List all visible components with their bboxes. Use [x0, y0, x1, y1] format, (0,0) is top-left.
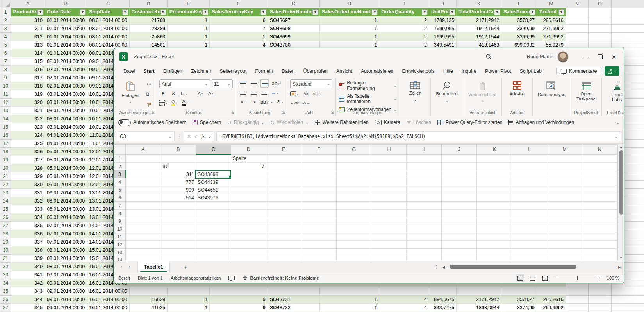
bg-row-header-33[interactable]: 33: [0, 271, 11, 279]
grid-cell-K6[interactable]: [477, 194, 512, 202]
grid-row-header-7[interactable]: 7: [114, 202, 126, 210]
grid-cell-G11[interactable]: [336, 233, 371, 241]
bg-row-header-3[interactable]: 3: [0, 25, 11, 33]
bg-row-header-21[interactable]: 21: [0, 172, 11, 181]
bg-column-header-F[interactable]: F: [210, 0, 268, 8]
grid-row-header-13[interactable]: 13: [114, 249, 126, 256]
grid-cell-K11[interactable]: [477, 233, 512, 241]
qat-autosave[interactable]: Automatisches Speichern: [118, 119, 186, 126]
grid-cell-G3[interactable]: [336, 170, 371, 178]
grid-cell-D4[interactable]: [231, 178, 266, 186]
grid-cell-H5[interactable]: [371, 186, 407, 194]
grid-cell-I10[interactable]: [407, 225, 442, 233]
filter-dropdown-SalesTerritoryKey[interactable]: ▾: [260, 9, 266, 15]
bg-table-header-TaxAmt[interactable]: TaxAmt▾: [537, 8, 566, 16]
grid-cell-D7[interactable]: [231, 202, 266, 210]
grid-row-header-6[interactable]: 6: [114, 194, 126, 202]
grid-cell-G2[interactable]: [336, 163, 371, 170]
accessibility-status[interactable]: Barrierefreiheit: Keine Probleme: [243, 275, 319, 281]
bg-table-header-ShipDate[interactable]: ShipDate▾: [87, 8, 129, 16]
grid-cell-I13[interactable]: [407, 249, 442, 256]
excel-labs-button[interactable]: Excel Labs: [605, 79, 624, 109]
zoom-out-button[interactable]: −: [553, 276, 556, 280]
bg-row-header-9[interactable]: 9: [0, 74, 11, 82]
grid-cell-K2[interactable]: [477, 163, 512, 170]
grid-cell-E1[interactable]: [266, 154, 301, 163]
filter-dropdown-SalesOrderLineNumber[interactable]: ▾: [372, 9, 378, 15]
bg-row-header-29[interactable]: 29: [0, 238, 11, 246]
grid-cell-N2[interactable]: [582, 163, 617, 170]
grid-cell-F5[interactable]: [301, 186, 336, 194]
bg-row-header-27[interactable]: 27: [0, 222, 11, 230]
bg-row-header-18[interactable]: 18: [0, 148, 11, 156]
grid-cell-G14[interactable]: [336, 256, 371, 261]
font-dialog-launcher[interactable]: ⇲: [231, 111, 234, 115]
bg-row-header-15[interactable]: 15: [0, 123, 11, 131]
bg-row-header-37[interactable]: 37: [0, 304, 11, 312]
bg-column-header-A[interactable]: A: [11, 0, 45, 8]
filter-dropdown-PromotionKey[interactable]: ▾: [202, 9, 208, 15]
grid-cell-E8[interactable]: [266, 210, 301, 217]
filter-dropdown-TaxAmt[interactable]: ▾: [558, 9, 564, 15]
display-settings-icon[interactable]: [228, 276, 235, 280]
filter-dropdown-TotalProductCost[interactable]: ▾: [494, 9, 500, 15]
grid-cell-H2[interactable]: [371, 163, 407, 170]
grid-cell-N12[interactable]: [582, 241, 617, 249]
grid-cell-D6[interactable]: [231, 194, 266, 202]
qat-more-borders[interactable]: Weitere Rahmenlinien: [315, 120, 369, 125]
bg-table-header-SalesOrderLineNumber[interactable]: SalesOrderLineNumber▾: [319, 8, 379, 16]
grid-cell-N5[interactable]: [582, 186, 617, 194]
bg-row-header-4[interactable]: 4: [0, 33, 11, 41]
search-icon[interactable]: [485, 54, 492, 60]
filter-dropdown-OrderQuantity[interactable]: ▾: [422, 9, 428, 15]
grid-cell-E14[interactable]: [266, 256, 301, 261]
grid-row-header-1[interactable]: 1: [114, 154, 126, 163]
zoom-level[interactable]: 100 %: [604, 276, 619, 280]
grid-cell-C14[interactable]: [196, 256, 231, 261]
grid-cell-F10[interactable]: [301, 225, 336, 233]
grid-cell-E6[interactable]: [266, 194, 301, 202]
grid-cell-E3[interactable]: [266, 170, 301, 178]
grid-cell-A8[interactable]: [126, 210, 161, 217]
grid-cell-J10[interactable]: [442, 225, 477, 233]
workbook-statistics[interactable]: Arbeitsmappenstatistiken: [171, 276, 221, 280]
user-name[interactable]: Rene Martin: [527, 54, 553, 59]
formula-input[interactable]: =SVERWEIS(B3;[AdventureWorks_Database.xl…: [216, 131, 621, 141]
grid-cell-N7[interactable]: [582, 202, 617, 210]
grid-cell-M8[interactable]: [547, 210, 582, 217]
grid-cell-L7[interactable]: [512, 202, 547, 210]
grid-cell-J13[interactable]: [442, 249, 477, 256]
cells-button[interactable]: Zellen⌄: [403, 79, 427, 109]
grid-cell-C6[interactable]: SO43976: [196, 194, 231, 202]
qat-save[interactable]: Speichern: [193, 120, 221, 125]
grid-cell-C7[interactable]: [196, 202, 231, 210]
wrap-text-button[interactable]: ab↵: [272, 80, 281, 87]
grid-cell-D3[interactable]: [231, 170, 266, 178]
align-top-button[interactable]: [239, 80, 247, 87]
grid-cell-B14[interactable]: [161, 256, 196, 261]
bg-column-header-N[interactable]: N: [566, 0, 589, 8]
grid-cell-N13[interactable]: [582, 249, 617, 256]
grid-cell-N1[interactable]: [582, 154, 617, 163]
grid-cell-F14[interactable]: [301, 256, 336, 261]
grid-cell-K7[interactable]: [477, 202, 512, 210]
grid-cell-I8[interactable]: [407, 210, 442, 217]
grid-cell-N8[interactable]: [582, 210, 617, 217]
orientation-button[interactable]: ab↗⌄: [260, 98, 273, 106]
bg-column-header-O[interactable]: O: [589, 0, 612, 8]
bg-column-header-extra[interactable]: [611, 0, 644, 8]
grid-cell-L12[interactable]: [512, 241, 547, 249]
bg-row-header-31[interactable]: 31: [0, 255, 11, 263]
grid-column-header-J[interactable]: J: [442, 145, 477, 155]
grid-column-header-A[interactable]: A: [126, 145, 161, 155]
align-middle-button[interactable]: [250, 80, 257, 87]
grid-cell-N6[interactable]: [582, 194, 617, 202]
bg-column-header-J[interactable]: J: [429, 0, 456, 8]
format-as-table-button[interactable]: Als Tabelle formatieren⌄: [339, 93, 396, 104]
grid-cell-B6[interactable]: 514: [161, 194, 196, 202]
bold-button[interactable]: F: [159, 90, 167, 97]
bg-column-header-C[interactable]: C: [87, 0, 129, 8]
bg-row-header-5[interactable]: 5: [0, 41, 11, 49]
bg-column-header-E[interactable]: E: [167, 0, 209, 8]
bg-row-header-6[interactable]: 6: [0, 49, 11, 57]
